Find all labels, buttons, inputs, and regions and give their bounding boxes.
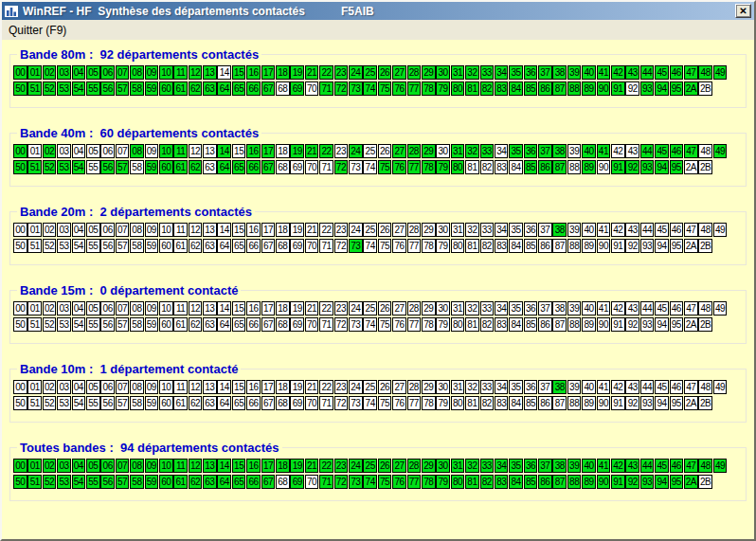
dept-cell-02: 02	[43, 380, 57, 394]
dept-cell-38: 38	[552, 144, 567, 158]
dept-cell-01: 01	[27, 301, 42, 316]
dept-cell-66: 66	[246, 81, 261, 96]
dept-cell-21: 21	[305, 144, 319, 158]
dept-cell-88: 88	[567, 317, 582, 332]
dept-cell-45: 45	[655, 144, 669, 158]
dept-cell-45: 45	[655, 380, 669, 394]
dept-cell-89: 89	[582, 475, 596, 489]
dept-cell-29: 29	[422, 459, 436, 473]
dept-cell-62: 62	[189, 396, 203, 410]
dept-cell-00: 00	[13, 144, 27, 158]
dept-cell-26: 26	[378, 144, 392, 158]
dept-cell-32: 32	[465, 144, 479, 158]
dept-cell-58: 58	[130, 475, 144, 489]
dept-cell-62: 62	[189, 475, 203, 489]
dept-cell-30: 30	[436, 380, 450, 394]
band-group-toutes-bandes: Toutes bandes : 94 départements contacté…	[9, 441, 747, 501]
band-title-15m: Bande 15m : 0 département contacté	[17, 283, 241, 298]
dept-cell-31: 31	[451, 223, 465, 237]
dept-cell-26: 26	[378, 301, 392, 316]
dept-cell-67: 67	[261, 317, 276, 332]
dept-cell-88: 88	[567, 160, 582, 174]
dept-cell-67: 67	[261, 160, 276, 174]
dept-cell-59: 59	[145, 475, 159, 489]
dept-cell-70: 70	[305, 317, 319, 332]
dept-cell-34: 34	[495, 380, 509, 394]
dept-cell-33: 33	[480, 301, 495, 316]
dept-cell-41: 41	[597, 459, 611, 473]
dept-cell-55: 55	[86, 160, 100, 174]
dept-cell-16: 16	[246, 65, 261, 80]
dept-cell-04: 04	[72, 301, 86, 316]
dept-cell-43: 43	[625, 301, 639, 316]
dept-cell-18: 18	[276, 459, 290, 473]
dept-cell-09: 09	[145, 380, 159, 394]
dept-cell-52: 52	[43, 396, 57, 410]
dept-cell-05: 05	[86, 144, 100, 158]
band-group-20m: Bande 20m : 2 départements contactés0001…	[9, 205, 747, 265]
dept-row-1: 0001020304050607080910111213141516171819…	[13, 144, 743, 159]
dept-cell-35: 35	[509, 65, 523, 80]
dept-cell-41: 41	[597, 65, 611, 80]
dept-cell-04: 04	[72, 144, 86, 158]
dept-cell-81: 81	[465, 475, 479, 489]
dept-cell-65: 65	[232, 396, 246, 410]
dept-cell-67: 67	[261, 396, 276, 410]
dept-cell-41: 41	[597, 144, 611, 158]
dept-cell-53: 53	[57, 396, 71, 410]
dept-cell-31: 31	[451, 459, 465, 473]
dept-cell-79: 79	[436, 239, 450, 253]
close-button[interactable]: ✕	[735, 4, 751, 18]
dept-cell-91: 91	[611, 475, 625, 489]
dept-cell-56: 56	[100, 475, 115, 489]
dept-cell-01: 01	[27, 144, 42, 158]
dept-cell-65: 65	[232, 81, 246, 96]
dept-cell-14: 14	[217, 459, 231, 473]
band-group-40m: Bande 40m : 60 départements contactés000…	[9, 126, 747, 187]
dept-cell-33: 33	[480, 144, 495, 158]
dept-cell-78: 78	[422, 475, 436, 489]
dept-cell-11: 11	[173, 459, 188, 473]
dept-cell-44: 44	[640, 65, 655, 80]
dept-cell-75: 75	[378, 396, 392, 410]
dept-cell-93: 93	[640, 160, 655, 174]
close-icon: ✕	[739, 6, 747, 16]
dept-cell-32: 32	[465, 223, 479, 237]
dept-cell-68: 68	[276, 475, 290, 489]
dept-cell-68: 68	[276, 317, 290, 332]
dept-cell-53: 53	[57, 81, 71, 96]
dept-cell-06: 06	[100, 301, 115, 316]
dept-cell-66: 66	[246, 160, 261, 174]
dept-cell-22: 22	[319, 65, 333, 80]
dept-cell-63: 63	[203, 475, 217, 489]
dept-cell-14: 14	[217, 301, 231, 316]
dept-cell-52: 52	[43, 81, 57, 96]
dept-cell-77: 77	[407, 396, 422, 410]
dept-cell-60: 60	[159, 81, 173, 96]
dept-cell-50: 50	[13, 81, 27, 96]
dept-cell-90: 90	[597, 239, 611, 253]
dept-cell-82: 82	[480, 396, 495, 410]
dept-cell-53: 53	[57, 239, 71, 253]
dept-cell-02: 02	[43, 301, 57, 316]
dept-cell-44: 44	[640, 459, 655, 473]
dept-cell-42: 42	[611, 380, 625, 394]
dept-cell-15: 15	[232, 301, 246, 316]
dept-cell-23: 23	[334, 380, 349, 394]
dept-cell-55: 55	[86, 81, 100, 96]
band-title-80m: Bande 80m : 92 départements contactés	[17, 47, 261, 62]
dept-cell-11: 11	[173, 380, 188, 394]
dept-cell-75: 75	[378, 239, 392, 253]
dept-cell-84: 84	[509, 81, 523, 96]
dept-cell-34: 34	[495, 65, 509, 80]
dept-cell-67: 67	[261, 475, 276, 489]
menu-item-quitter[interactable]: Quitter (F9)	[3, 22, 72, 39]
dept-cell-48: 48	[698, 459, 712, 473]
dept-cell-34: 34	[495, 223, 509, 237]
dept-cell-89: 89	[582, 81, 596, 96]
dept-cell-38: 38	[552, 380, 567, 394]
dept-cell-78: 78	[422, 81, 436, 96]
dept-cell-2B: 2B	[698, 160, 712, 174]
dept-cell-14: 14	[217, 144, 231, 158]
dept-cell-68: 68	[276, 239, 290, 253]
